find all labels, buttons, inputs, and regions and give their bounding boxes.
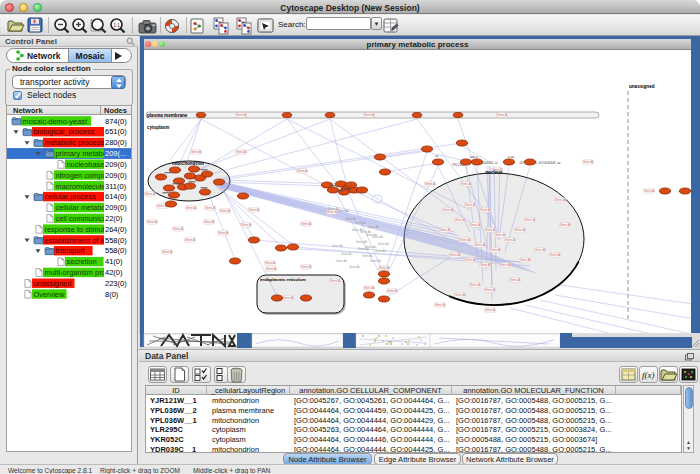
svg-text:Gene-A: Gene-A xyxy=(485,288,495,292)
svg-text:Gene-A: Gene-A xyxy=(387,289,397,293)
svg-text:42(0): 42(0) xyxy=(105,268,123,277)
svg-text:Gene-A: Gene-A xyxy=(505,238,515,242)
svg-text:Gene-Ax: Gene-Ax xyxy=(362,254,374,258)
svg-text:209(0): 209(0) xyxy=(105,171,127,180)
svg-text:multi-organism pro: multi-organism pro xyxy=(45,268,106,277)
svg-text:Overview: Overview xyxy=(34,290,65,299)
svg-text:Gene-A: Gene-A xyxy=(330,279,340,283)
svg-text:Gene-Ax: Gene-Ax xyxy=(378,242,390,246)
svg-text:41(0): 41(0) xyxy=(105,257,123,266)
svg-text:establishment of lo: establishment of lo xyxy=(45,236,107,245)
svg-text:Gene-Ax: Gene-Ax xyxy=(375,249,387,253)
svg-text:Gene-Ax: Gene-Ax xyxy=(355,221,367,225)
svg-text:Gene-A: Gene-A xyxy=(364,113,374,117)
svg-text:Gene-A: Gene-A xyxy=(162,250,172,254)
svg-text:311(0): 311(0) xyxy=(105,182,127,191)
svg-text:metabolic process: metabolic process xyxy=(45,138,105,147)
svg-text:Gene-Ax: Gene-Ax xyxy=(349,265,361,269)
svg-text:Gene-A: Gene-A xyxy=(301,265,311,269)
svg-text:Gene-Ax: Gene-Ax xyxy=(332,244,344,248)
svg-text:Gene-Ax: Gene-Ax xyxy=(358,247,370,251)
svg-text:Gene-A: Gene-A xyxy=(205,206,215,210)
svg-text:Gene-A: Gene-A xyxy=(485,308,495,312)
svg-text:Gene-A: Gene-A xyxy=(555,198,565,202)
svg-text:Gene-A: Gene-A xyxy=(485,228,495,232)
svg-text:Gene-A: Gene-A xyxy=(173,227,183,231)
svg-text:Gene-A: Gene-A xyxy=(220,209,230,213)
svg-text:Gene-Ax: Gene-Ax xyxy=(356,240,368,244)
svg-text:Gene-Ax: Gene-Ax xyxy=(352,228,364,232)
svg-text:Gene-A: Gene-A xyxy=(297,169,307,173)
svg-text:Gene-A: Gene-A xyxy=(204,220,214,224)
svg-text:mitochondrion: mitochondrion xyxy=(172,161,204,166)
svg-text:nitrogen compo: nitrogen compo xyxy=(56,171,107,180)
svg-text:209(0): 209(0) xyxy=(105,160,127,169)
svg-text:Gene-A: Gene-A xyxy=(465,203,475,207)
svg-text:Gene-Ax: Gene-Ax xyxy=(368,225,380,229)
svg-text:Gene-Ax: Gene-Ax xyxy=(338,209,350,213)
svg-text:Gene-A: Gene-A xyxy=(249,208,259,212)
svg-text:Gene-A: Gene-A xyxy=(218,231,228,235)
svg-text:Gene-A: Gene-A xyxy=(550,253,560,257)
svg-text:cellular process: cellular process xyxy=(45,192,97,201)
svg-text:558(0): 558(0) xyxy=(105,236,127,245)
svg-text:mosaic-demo-yeast: mosaic-demo-yeast xyxy=(23,117,87,126)
svg-text:Gene-Ax: Gene-Ax xyxy=(370,259,382,263)
svg-text:Gene-A: Gene-A xyxy=(583,160,593,164)
svg-text:Gene-A: Gene-A xyxy=(515,228,525,232)
svg-text:280(0): 280(0) xyxy=(105,138,127,147)
svg-text:8(0): 8(0) xyxy=(105,290,119,299)
svg-text:Gene-A: Gene-A xyxy=(560,223,570,227)
svg-text:Gene-A: Gene-A xyxy=(644,189,654,193)
svg-text:Gene-A: Gene-A xyxy=(435,303,445,307)
svg-text:Gene-A: Gene-A xyxy=(186,206,196,210)
svg-text:Gene-Ax: Gene-Ax xyxy=(341,252,353,256)
svg-text:Gene-A: Gene-A xyxy=(495,233,505,237)
svg-text:Gene-Ax: Gene-Ax xyxy=(336,259,348,263)
svg-text:response to stimul: response to stimul xyxy=(45,225,105,234)
svg-text:Gene-A: Gene-A xyxy=(480,263,490,267)
svg-text:Gene-A: Gene-A xyxy=(236,113,246,117)
svg-text:Gene-A: Gene-A xyxy=(265,261,275,265)
svg-text:plasma membrane: plasma membrane xyxy=(147,113,188,118)
svg-text:Gene-A: Gene-A xyxy=(379,266,389,270)
svg-text:Gene-A: Gene-A xyxy=(520,258,530,262)
svg-text:Gene-A: Gene-A xyxy=(283,296,293,300)
svg-text:biological_process: biological_process xyxy=(34,127,95,136)
svg-text:unassigned: unassigned xyxy=(34,279,72,288)
svg-text:Gene-A: Gene-A xyxy=(460,238,470,242)
svg-text:Gene-A: Gene-A xyxy=(236,150,246,154)
svg-text:264(0): 264(0) xyxy=(105,225,127,234)
svg-text:Gene-A: Gene-A xyxy=(425,182,435,186)
svg-text:cytoplasm: cytoplasm xyxy=(147,125,169,130)
svg-text:Gene-A: Gene-A xyxy=(497,113,507,117)
svg-text:651(0): 651(0) xyxy=(105,127,127,136)
svg-text:nucleobase-: nucleobase- xyxy=(67,160,108,169)
svg-text:Gene-A: Gene-A xyxy=(461,182,471,186)
svg-text:Gene-A: Gene-A xyxy=(364,286,374,290)
svg-text:209(0): 209(0) xyxy=(105,203,127,212)
svg-text:614(0): 614(0) xyxy=(105,192,127,201)
svg-text:Gene-A: Gene-A xyxy=(535,248,545,252)
svg-text:ada-a: ada-a xyxy=(470,155,478,159)
svg-text:558(0): 558(0) xyxy=(105,246,127,255)
svg-text:Gene-A: Gene-A xyxy=(510,278,520,282)
svg-text:1:1: 1:1 xyxy=(114,23,121,28)
svg-text:Gene-A: Gene-A xyxy=(465,258,475,262)
svg-text:cellular metabo: cellular metabo xyxy=(56,203,106,212)
svg-text:Gene-A: Gene-A xyxy=(327,210,337,214)
svg-text:Gene-A: Gene-A xyxy=(450,253,460,257)
svg-text:Gene-A: Gene-A xyxy=(185,238,195,242)
svg-text:Gene-A: Gene-A xyxy=(266,267,276,271)
svg-text:a-aa: a-aa xyxy=(508,155,514,159)
svg-text:Gene-A: Gene-A xyxy=(470,223,480,227)
svg-text:Gene-A: Gene-A xyxy=(440,228,450,232)
svg-text:Gene-A: Gene-A xyxy=(475,243,485,247)
svg-text:Gene-A: Gene-A xyxy=(145,192,155,196)
svg-text:Gene-A: Gene-A xyxy=(147,220,157,224)
svg-text:Gene-A: Gene-A xyxy=(500,263,510,267)
svg-text:Gene-A: Gene-A xyxy=(443,208,453,212)
svg-text:22(0): 22(0) xyxy=(105,214,123,223)
svg-text:aa: aa xyxy=(435,154,439,158)
svg-text:Gene-Ax: Gene-Ax xyxy=(345,217,357,221)
